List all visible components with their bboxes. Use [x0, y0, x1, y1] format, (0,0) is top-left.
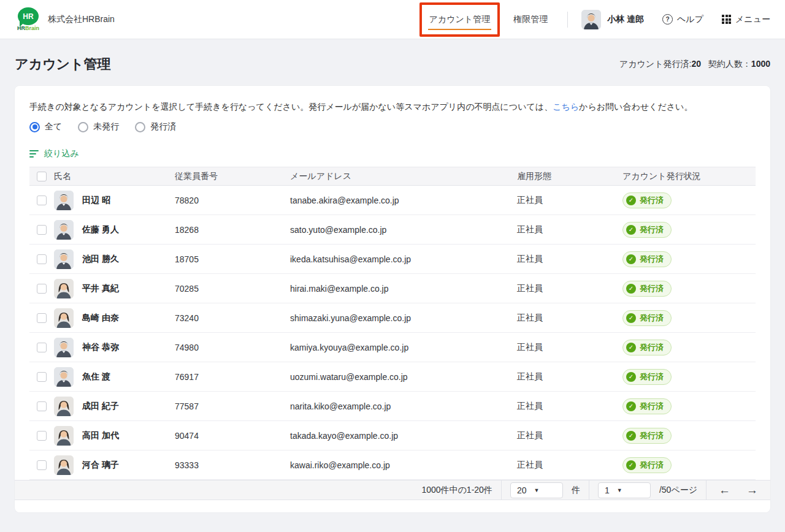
- status-badge-label: 発行済: [640, 371, 664, 382]
- user-avatar: [581, 10, 601, 29]
- status-filter-radios: 全て 未発行 発行済: [29, 121, 756, 132]
- status-badge-issued: ✓ 発行済: [622, 457, 672, 473]
- employee-avatar: [54, 191, 74, 210]
- status-badge-label: 発行済: [640, 430, 664, 441]
- account-list-panel: 手続きの対象となるアカウントを選択して手続きを行なってください。発行メールが届か…: [15, 86, 770, 512]
- instruction-text: 手続きの対象となるアカウントを選択して手続きを行なってください。発行メールが届か…: [29, 101, 756, 113]
- pagination-divider: [589, 480, 589, 500]
- status-badge-issued: ✓ 発行済: [622, 428, 672, 444]
- status-badge-issued: ✓ 発行済: [622, 251, 672, 267]
- employee-number: 18268: [175, 225, 290, 235]
- check-circle-icon: ✓: [626, 313, 636, 323]
- user-menu[interactable]: 小林 達郎: [581, 10, 644, 29]
- check-circle-icon: ✓: [626, 401, 636, 411]
- employment-type: 正社員: [517, 224, 622, 235]
- employee-name: 平井 真紀: [82, 283, 119, 294]
- help-button[interactable]: ? ヘルプ: [662, 14, 703, 25]
- app-header: HR HRBrain 株式会社HRBrain アカウント管理 権限管理 小林 達…: [0, 0, 785, 39]
- status-badge-label: 発行済: [640, 224, 664, 235]
- hrbrain-logo[interactable]: HR HRBrain: [15, 7, 42, 31]
- employment-type: 正社員: [517, 195, 622, 206]
- employee-avatar: [54, 249, 74, 269]
- table-row[interactable]: 田辺 昭 78820 tanabe.akira@example.co.jp 正社…: [29, 186, 756, 215]
- employee-email: tanabe.akira@example.co.jp: [290, 196, 517, 205]
- table-row[interactable]: 魚住 渡 76917 uozumi.wataru@example.co.jp 正…: [29, 362, 756, 392]
- table-row[interactable]: 神谷 恭弥 74980 kamiya.kyouya@example.co.jp …: [29, 333, 756, 362]
- radio-unissued-label: 未発行: [93, 121, 119, 132]
- menu-button[interactable]: メニュー: [722, 14, 770, 25]
- nav-tab-account-management[interactable]: アカウント管理: [428, 11, 492, 28]
- table-row[interactable]: 佐藤 勇人 18268 sato.yuto@example.co.jp 正社員 …: [29, 215, 756, 245]
- filter-icon: [29, 150, 39, 158]
- select-all-checkbox[interactable]: [37, 172, 47, 181]
- radio-issued[interactable]: 発行済: [135, 121, 176, 132]
- row-checkbox[interactable]: [37, 431, 47, 441]
- employee-number: 76917: [175, 372, 290, 382]
- table-row[interactable]: 成田 紀子 77587 narita.kiko@example.co.jp 正社…: [29, 392, 756, 421]
- employee-name: 佐藤 勇人: [82, 224, 119, 235]
- row-checkbox[interactable]: [37, 372, 47, 382]
- status-badge-issued: ✓ 発行済: [622, 398, 672, 414]
- row-checkbox[interactable]: [37, 284, 47, 294]
- status-badge-issued: ✓ 発行済: [622, 192, 672, 208]
- nav-tab-permission-management-label: 権限管理: [513, 14, 548, 24]
- employee-email: kamiya.kyouya@example.co.jp: [290, 343, 517, 352]
- instruction-after-link: からお問い合わせください。: [579, 102, 692, 112]
- employee-number: 73240: [175, 313, 290, 323]
- row-checkbox[interactable]: [37, 343, 47, 352]
- employee-avatar: [54, 220, 74, 240]
- employment-type: 正社員: [517, 283, 622, 294]
- row-checkbox[interactable]: [37, 254, 47, 264]
- check-circle-icon: ✓: [626, 284, 636, 294]
- next-page-button[interactable]: →: [743, 484, 762, 497]
- employee-email: narita.kiko@example.co.jp: [290, 401, 517, 411]
- row-checkbox[interactable]: [37, 313, 47, 323]
- page-select[interactable]: 1 ▼: [598, 482, 651, 498]
- row-checkbox[interactable]: [37, 460, 47, 470]
- pagination-divider: [706, 480, 706, 500]
- employee-email: hirai.maki@example.co.jp: [290, 284, 517, 294]
- filter-button[interactable]: 絞り込み: [29, 148, 79, 159]
- row-checkbox[interactable]: [37, 225, 47, 235]
- employee-number: 90474: [175, 431, 290, 441]
- employee-name: 田辺 昭: [82, 195, 110, 206]
- radio-unissued[interactable]: 未発行: [78, 121, 119, 132]
- status-badge-label: 発行済: [640, 254, 664, 265]
- grid-menu-icon: [722, 15, 731, 24]
- prev-page-button[interactable]: ←: [715, 484, 734, 497]
- contact-link[interactable]: こちら: [553, 102, 579, 112]
- employee-number: 70285: [175, 284, 290, 294]
- radio-all[interactable]: 全て: [29, 121, 62, 132]
- hrbrain-logo-bubble: HR: [18, 7, 39, 25]
- status-badge-label: 発行済: [640, 283, 664, 294]
- table-row[interactable]: 高田 加代 90474 takada.kayo@example.co.jp 正社…: [29, 421, 756, 450]
- status-badge-label: 発行済: [640, 460, 664, 471]
- employee-number: 77587: [175, 401, 290, 411]
- caret-down-icon: ▼: [617, 487, 622, 493]
- contract-count-value: 1000: [751, 59, 770, 69]
- per-page-select[interactable]: 20 ▼: [510, 482, 563, 498]
- table-row[interactable]: 河合 璃子 93333 kawai.riko@example.co.jp 正社員…: [29, 450, 756, 480]
- employment-type: 正社員: [517, 342, 622, 353]
- row-checkbox[interactable]: [37, 401, 47, 411]
- table-row[interactable]: 池田 勝久 18705 ikeda.katsuhisa@example.co.j…: [29, 245, 756, 274]
- nav-tab-permission-management[interactable]: 権限管理: [512, 11, 549, 28]
- row-checkbox[interactable]: [37, 196, 47, 205]
- pagination-divider: [501, 480, 502, 500]
- table-row[interactable]: 島崎 由奈 73240 shimazaki.yuna@example.co.jp…: [29, 303, 756, 333]
- radio-all-dot: [29, 122, 40, 132]
- nav-tab-account-management-label: アカウント管理: [429, 14, 491, 24]
- employee-email: kawai.riko@example.co.jp: [290, 460, 517, 470]
- employee-email: sato.yuto@example.co.jp: [290, 225, 517, 235]
- status-badge-label: 発行済: [640, 195, 664, 206]
- status-badge-issued: ✓ 発行済: [622, 369, 672, 385]
- col-header-name: 氏名: [54, 171, 175, 182]
- employment-type: 正社員: [517, 313, 622, 324]
- table-row[interactable]: 平井 真紀 70285 hirai.maki@example.co.jp 正社員…: [29, 274, 756, 303]
- employee-name: 池田 勝久: [82, 254, 119, 265]
- employee-email: ikeda.katsuhisa@example.co.jp: [290, 254, 517, 264]
- radio-issued-dot: [135, 122, 145, 132]
- help-label: ヘルプ: [677, 14, 703, 25]
- employee-avatar: [54, 338, 74, 357]
- employment-type: 正社員: [517, 430, 622, 441]
